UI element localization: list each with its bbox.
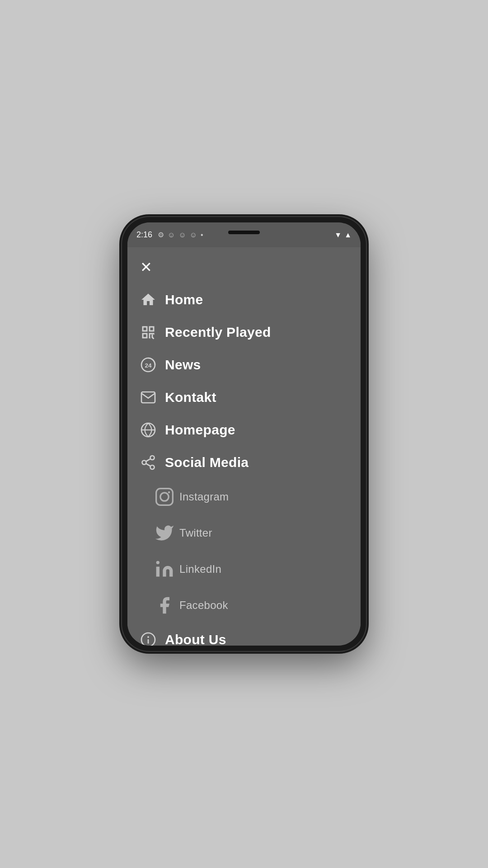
home-icon xyxy=(140,292,165,308)
menu-item-kontakt[interactable]: Kontakt xyxy=(127,381,361,414)
dot-indicator: • xyxy=(201,231,203,239)
menu-item-social-media[interactable]: Social Media xyxy=(127,446,361,479)
info-icon xyxy=(140,632,165,646)
instagram-label: Instagram xyxy=(179,491,229,503)
close-button-container[interactable]: ✕ xyxy=(127,252,361,283)
app-icon-2: ☺ xyxy=(178,231,186,239)
menu-item-linkedin[interactable]: LinkedIn xyxy=(127,551,361,587)
recently-played-label: Recently Played xyxy=(165,325,271,340)
svg-point-6 xyxy=(150,456,155,460)
homepage-label: Homepage xyxy=(165,422,235,438)
svg-text:24: 24 xyxy=(145,362,152,369)
news-icon: 24 xyxy=(140,357,165,373)
svg-point-7 xyxy=(142,461,146,465)
svg-point-8 xyxy=(150,465,155,469)
share-icon xyxy=(140,454,165,471)
signal-icon: ▲ xyxy=(344,231,352,239)
homepage-icon xyxy=(140,422,165,438)
phone-screen: 2:16 ⚙ ☺ ☺ ☺ • ▼ ▲ ✕ xyxy=(127,222,361,646)
menu-item-facebook[interactable]: Facebook xyxy=(127,587,361,623)
status-bar: 2:16 ⚙ ☺ ☺ ☺ • ▼ ▲ xyxy=(127,222,361,247)
menu-item-instagram[interactable]: Instagram xyxy=(127,479,361,515)
linkedin-label: LinkedIn xyxy=(179,563,221,576)
svg-point-13 xyxy=(168,491,170,493)
recently-played-icon xyxy=(140,324,165,340)
menu-item-home[interactable]: Home xyxy=(127,283,361,316)
social-media-label: Social Media xyxy=(165,455,249,470)
status-right-icons: ▼ ▲ xyxy=(334,231,352,239)
menu-item-homepage[interactable]: Homepage xyxy=(127,414,361,446)
svg-point-12 xyxy=(160,493,169,501)
speaker xyxy=(228,231,260,234)
svg-rect-11 xyxy=(156,489,173,505)
kontakt-label: Kontakt xyxy=(165,390,216,405)
news-label: News xyxy=(165,357,201,373)
home-label: Home xyxy=(165,292,203,307)
close-icon[interactable]: ✕ xyxy=(140,260,152,274)
twitter-icon xyxy=(155,523,179,543)
app-icon-3: ☺ xyxy=(190,231,197,239)
instagram-icon xyxy=(155,487,179,507)
menu-item-about-us[interactable]: About Us xyxy=(127,623,361,646)
about-us-label: About Us xyxy=(165,632,226,646)
menu-item-news[interactable]: 24 News xyxy=(127,349,361,381)
drawer-menu: ✕ Home R xyxy=(127,247,361,646)
twitter-label: Twitter xyxy=(179,527,212,539)
menu-item-twitter[interactable]: Twitter xyxy=(127,515,361,551)
kontakt-icon xyxy=(140,389,165,406)
wifi-icon: ▼ xyxy=(334,231,342,239)
linkedin-icon xyxy=(155,559,179,579)
svg-line-10 xyxy=(146,459,150,462)
svg-point-14 xyxy=(156,561,160,564)
facebook-label: Facebook xyxy=(179,599,228,612)
status-time: 2:16 xyxy=(136,230,152,240)
settings-icon: ⚙ xyxy=(158,231,164,239)
svg-line-9 xyxy=(146,463,150,466)
svg-point-18 xyxy=(148,637,149,638)
app-icon-1: ☺ xyxy=(168,231,175,239)
facebook-icon xyxy=(155,595,179,615)
phone-device: 2:16 ⚙ ☺ ☺ ☺ • ▼ ▲ ✕ xyxy=(122,217,366,651)
menu-item-recently-played[interactable]: Recently Played xyxy=(127,316,361,349)
